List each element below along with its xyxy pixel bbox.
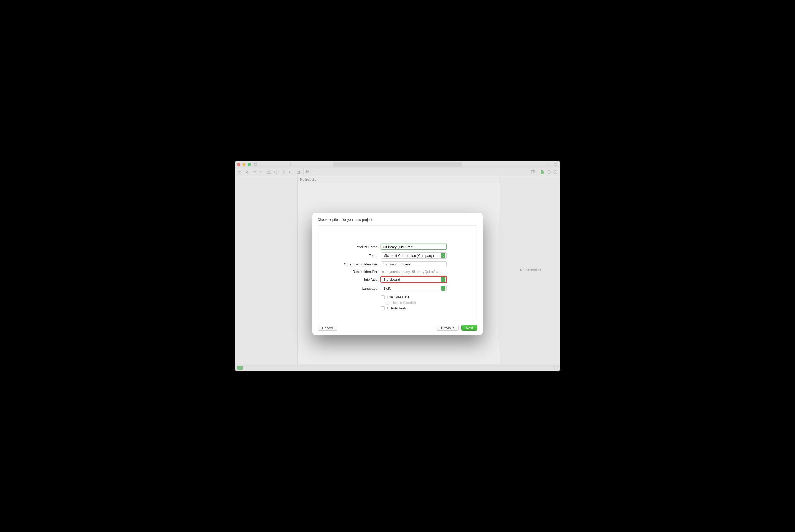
- product-name-label: Product Name:: [326, 245, 378, 249]
- symbols-icon[interactable]: [252, 170, 257, 174]
- core-data-checkbox[interactable]: Use Core Data: [381, 295, 469, 299]
- stepper-icon: [441, 253, 446, 258]
- run-icon[interactable]: [289, 163, 294, 166]
- svg-point-11: [260, 171, 262, 173]
- sidebar-toggle-icon[interactable]: [253, 163, 258, 166]
- svg-marker-14: [275, 171, 278, 174]
- interface-select[interactable]: Storyboard: [381, 276, 447, 283]
- debug-area-toggle-icon[interactable]: [554, 366, 558, 369]
- core-data-label: Use Core Data: [387, 295, 409, 299]
- interface-select-value: Storyboard: [383, 278, 400, 282]
- reports-icon[interactable]: [296, 170, 301, 174]
- activity-field: [333, 163, 462, 167]
- editor-breadcrumb: No Selection: [298, 176, 500, 183]
- svg-marker-2: [290, 163, 292, 166]
- forward-icon[interactable]: ›: [315, 170, 316, 174]
- new-project-sheet: Choose options for your new project: Pro…: [312, 213, 483, 335]
- interface-label: Interface:: [326, 278, 378, 282]
- svg-point-10: [254, 173, 255, 173]
- window-controls: [237, 163, 251, 166]
- svg-rect-23: [306, 172, 308, 173]
- history-inspector-icon[interactable]: [547, 170, 550, 174]
- close-window-button[interactable]: [237, 163, 240, 166]
- bundle-id-label: Bundle Identifier:: [326, 270, 378, 273]
- related-items-icon[interactable]: [306, 170, 310, 174]
- no-selection-label: No Selection: [300, 178, 318, 182]
- next-button[interactable]: Next: [461, 325, 477, 331]
- checkbox-icon: [386, 301, 389, 305]
- previous-button[interactable]: Previous: [437, 325, 459, 331]
- svg-rect-21: [306, 170, 308, 172]
- team-label: Team:: [326, 254, 378, 258]
- filter-chip[interactable]: [237, 366, 243, 369]
- minimap-icon[interactable]: [531, 170, 535, 174]
- cloudkit-label: Host in CloudKit: [392, 301, 416, 305]
- checkbox-icon: [381, 306, 385, 310]
- folder-icon[interactable]: [237, 170, 242, 174]
- bundle-id-value: com.yourcompany.UILibraryQuickStart: [381, 270, 440, 273]
- checkbox-icon: [381, 296, 385, 299]
- svg-point-8: [253, 171, 254, 172]
- svg-point-15: [283, 171, 285, 173]
- org-id-field[interactable]: [381, 261, 447, 267]
- add-tab-icon[interactable]: ＋: [545, 162, 549, 167]
- tests-label: Include Tests: [387, 306, 407, 310]
- org-id-label: Organization Identifier:: [326, 262, 378, 266]
- svg-rect-24: [308, 172, 309, 173]
- svg-rect-25: [531, 170, 534, 173]
- navigator-pane: [234, 176, 298, 364]
- product-name-field[interactable]: [381, 244, 447, 250]
- bottom-bar: [234, 364, 561, 371]
- language-select[interactable]: Swift: [381, 285, 447, 291]
- breakpoints-icon[interactable]: [289, 170, 294, 174]
- inspector-empty-label: No Selection: [520, 268, 541, 272]
- inspector-pane: No Selection: [500, 176, 561, 364]
- svg-rect-22: [308, 170, 309, 172]
- language-label: Language:: [326, 286, 378, 290]
- include-tests-checkbox[interactable]: Include Tests: [381, 306, 469, 310]
- stepper-icon: [441, 277, 446, 282]
- minimize-window-button[interactable]: [242, 163, 246, 166]
- svg-point-9: [255, 171, 255, 172]
- back-icon[interactable]: ‹: [311, 170, 313, 174]
- sheet-title: Choose options for your new project:: [318, 217, 477, 222]
- navigator-toolbar: ‹ › ?: [234, 168, 561, 176]
- team-select[interactable]: Microsoft Corporation (Company): [381, 252, 447, 259]
- svg-rect-0: [254, 163, 257, 165]
- library-icon[interactable]: [553, 163, 558, 166]
- source-control-icon[interactable]: [245, 170, 249, 174]
- file-inspector-icon[interactable]: [541, 170, 544, 174]
- svg-line-12: [262, 173, 263, 173]
- search-icon[interactable]: [259, 170, 264, 174]
- help-inspector-icon[interactable]: ?: [554, 170, 557, 174]
- cancel-button[interactable]: Cancel: [318, 325, 337, 331]
- titlebar: ＋: [234, 161, 561, 168]
- stepper-icon: [441, 286, 446, 291]
- svg-rect-3: [554, 163, 557, 165]
- sheet-form-area: Product Name: Team: Microsoft Corporatio…: [318, 225, 477, 321]
- tests-icon[interactable]: [274, 170, 279, 174]
- cloudkit-checkbox: Host in CloudKit: [381, 301, 469, 305]
- team-select-value: Microsoft Corporation (Company): [383, 254, 434, 258]
- debug-icon[interactable]: [281, 170, 286, 174]
- issues-icon[interactable]: [267, 170, 271, 174]
- language-select-value: Swift: [383, 286, 391, 290]
- zoom-window-button[interactable]: [248, 163, 251, 166]
